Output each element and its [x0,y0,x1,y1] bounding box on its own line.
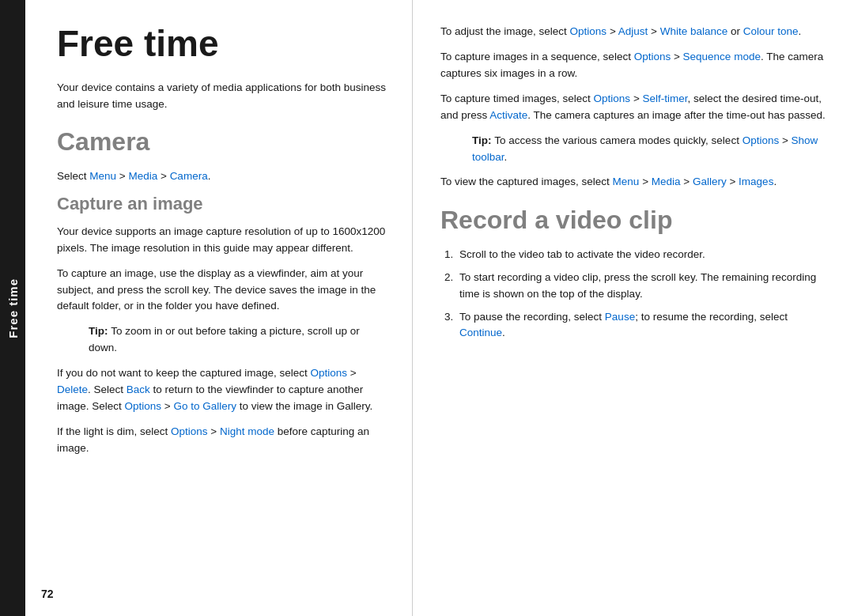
spine-label: Free time [6,278,20,338]
main-content: Free time Your device contains a variety… [25,0,854,616]
camera-title: Camera [57,127,388,157]
capture-p1: Your device supports an image capture re… [57,224,388,257]
tip-block-1: Tip: To zoom in or out before taking a p… [89,323,388,357]
record-list: Scroll to the video tab to activate the … [456,247,830,342]
right-column: To adjust the image, select Options > Ad… [413,0,854,616]
sequence-p: To capture images in a sequence, select … [440,49,830,82]
delete-link: Delete [57,384,88,395]
menu-link: Menu [89,170,116,182]
tip-1-text: Tip: To zoom in or out before taking a p… [89,323,388,357]
adjust-link: Adjust [618,25,648,37]
gallery-p: To view the captured images, select Menu… [440,174,830,191]
left-column: Free time Your device contains a variety… [25,0,413,616]
camera-nav: Select Menu > Media > Camera. [57,168,388,185]
columns-layout: Free time Your device contains a variety… [25,0,854,616]
night-mode-link: Night mode [220,425,274,437]
back-link: Back [127,384,150,395]
record-item-2: To start recording a video clip, press t… [459,271,816,300]
tip-block-2: Tip: To access the various camera modes … [472,133,830,166]
adjust-p: To adjust the image, select Options > Ad… [440,24,830,40]
options-link-4: Options [570,25,607,37]
options-link-5: Options [634,51,671,62]
page-number: 72 [41,588,54,600]
menu-link-2: Menu [613,176,640,187]
capture-p4: If the light is dim, select Options > Ni… [57,424,388,457]
media-link: Media [128,170,157,182]
list-item: To pause the recording, select Pause; to… [456,309,830,342]
capture-title: Capture an image [57,194,388,214]
capture-p3: If you do not want to keep the captured … [57,365,388,415]
sequence-mode-link: Sequence mode [683,51,761,62]
colour-tone-link: Colour tone [743,25,799,37]
pause-link: Pause [605,311,635,323]
tip-label-2: Tip: [472,134,494,146]
continue-link: Continue [459,327,502,338]
options-link-3: Options [171,425,208,437]
record-item-1: Scroll to the video tab to activate the … [459,248,705,260]
options-link-6: Options [594,93,631,104]
self-timer-link: Self-timer [643,93,688,104]
options-link-7: Options [743,134,780,146]
media-link-2: Media [652,176,681,187]
options-link-2: Options [125,400,162,412]
capture-p2: To capture an image, use the display as … [57,266,388,316]
intro-text: Your device contains a variety of media … [57,80,388,113]
white-balance-link: White balance [660,25,728,37]
list-item: Scroll to the video tab to activate the … [456,247,830,263]
spine-tab: Free time [0,0,25,616]
images-link: Images [739,176,773,187]
list-item: To start recording a video clip, press t… [456,270,830,303]
tip-2-text: Tip: To access the various camera modes … [472,133,830,166]
selftimer-p: To capture timed images, select Options … [440,91,830,124]
activate-link: Activate [489,109,527,121]
options-link-1: Options [310,367,347,379]
go-to-gallery-link: Go to Gallery [173,400,236,412]
gallery-link: Gallery [693,176,727,187]
camera-link: Camera [170,170,208,182]
page-title: Free time [57,24,388,64]
record-title: Record a video clip [440,205,830,235]
tip-label-1: Tip: [89,325,111,337]
